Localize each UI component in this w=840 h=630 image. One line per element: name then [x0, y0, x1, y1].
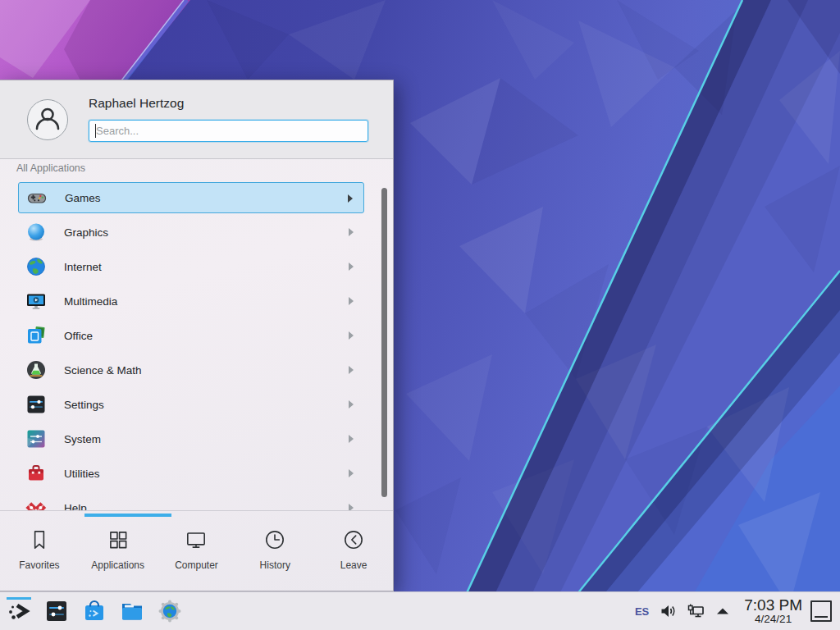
text-caret: [95, 124, 96, 138]
system-sliders-icon: [25, 428, 47, 450]
app-category-label: Office: [64, 330, 93, 342]
tab-label: Leave: [340, 559, 368, 571]
launcher-tabbar: Favorites Applications Computer History: [0, 517, 393, 591]
app-category-office[interactable]: Office: [18, 320, 364, 351]
submenu-arrow-icon: [348, 468, 354, 478]
digital-clock[interactable]: 7:03 PM 4/24/21: [744, 597, 802, 625]
system-settings-icon: [44, 599, 69, 623]
app-category-science-math[interactable]: Science & Math: [18, 354, 364, 386]
graphics-sphere-icon: [25, 221, 47, 243]
office-document-icon: [25, 325, 47, 346]
utilities-toolbox-icon: [25, 463, 47, 484]
submenu-arrow-icon: [348, 262, 354, 272]
grid-icon: [106, 527, 130, 552]
tab-favorites[interactable]: Favorites: [0, 517, 79, 591]
app-category-label: Games: [65, 192, 101, 204]
app-category-label: System: [64, 433, 101, 445]
application-launcher-menu: Raphael Hertzog All Applications Games: [0, 80, 394, 591]
clock-time: 7:03 PM: [744, 597, 802, 614]
submenu-arrow-icon: [348, 365, 354, 375]
dolphin-folder-icon: [120, 599, 144, 623]
section-label: All Applications: [16, 162, 85, 174]
keyboard-layout-indicator[interactable]: ES: [635, 605, 649, 618]
web-browser-button[interactable]: [156, 596, 184, 627]
tab-label: Applications: [91, 559, 144, 571]
submenu-arrow-icon: [348, 399, 354, 409]
app-category-label: Utilities: [64, 468, 100, 480]
volume-icon: [660, 602, 678, 620]
tab-label: Favorites: [19, 559, 59, 571]
help-lifebuoy-icon: [25, 497, 47, 510]
submenu-arrow-icon: [348, 503, 354, 510]
tab-applications[interactable]: Applications: [79, 517, 158, 591]
system-settings-button[interactable]: [43, 596, 71, 627]
submenu-arrow-icon: [348, 227, 354, 237]
volume-button[interactable]: [660, 602, 678, 620]
clock-icon: [262, 527, 287, 552]
bookmark-icon: [27, 527, 52, 552]
user-avatar-icon[interactable]: [27, 99, 68, 140]
expand-tray-button[interactable]: [714, 602, 732, 620]
show-desktop-button[interactable]: [810, 600, 832, 622]
app-category-internet[interactable]: Internet: [18, 251, 364, 282]
app-category-graphics[interactable]: Graphics: [18, 217, 364, 248]
user-name: Raphael Hertzog: [89, 96, 184, 111]
submenu-arrow-icon: [348, 296, 354, 306]
app-category-label: Settings: [64, 399, 104, 411]
application-category-list: Games Graphics Internet: [0, 182, 393, 510]
settings-sliders-icon: [25, 394, 47, 415]
network-button[interactable]: [687, 602, 705, 620]
tab-leave[interactable]: Leave: [314, 517, 393, 591]
list-scrollbar[interactable]: [381, 188, 387, 497]
taskbar-panel: ES 7:03 PM 4/24/21: [0, 591, 840, 630]
discover-icon: [82, 599, 107, 623]
app-category-help[interactable]: Help: [18, 492, 364, 510]
app-category-multimedia[interactable]: Multimedia: [18, 285, 364, 317]
app-category-label: Graphics: [64, 226, 108, 239]
tab-label: History: [260, 559, 290, 571]
monitor-icon: [184, 527, 208, 552]
app-category-label: Help: [64, 502, 87, 511]
leave-icon: [341, 527, 366, 552]
app-category-label: Multimedia: [64, 295, 117, 308]
app-category-settings[interactable]: Settings: [18, 389, 364, 420]
submenu-arrow-icon: [347, 194, 354, 203]
expand-tray-icon: [714, 602, 732, 620]
tab-computer[interactable]: Computer: [158, 517, 236, 591]
globe-icon: [25, 256, 47, 277]
app-category-utilities[interactable]: Utilities: [18, 458, 364, 489]
clock-date: 4/24/21: [744, 614, 802, 625]
app-launcher-button[interactable]: [5, 596, 33, 627]
app-category-label: Science & Math: [64, 364, 142, 377]
kickoff-launcher-icon: [7, 599, 31, 623]
search-input[interactable]: [89, 120, 368, 142]
science-flask-icon: [25, 359, 47, 381]
submenu-arrow-icon: [348, 331, 354, 340]
discover-button[interactable]: [80, 596, 108, 627]
tabbar-separator: [0, 510, 393, 511]
gamepad-icon: [26, 187, 48, 208]
konqueror-globe-icon: [158, 599, 182, 623]
launcher-active-indicator: [7, 597, 31, 600]
network-icon: [687, 602, 705, 620]
app-category-games[interactable]: Games: [18, 182, 364, 213]
tab-label: Computer: [175, 559, 218, 571]
tab-history[interactable]: History: [235, 517, 314, 591]
launcher-header: Raphael Hertzog: [0, 80, 393, 159]
file-manager-button[interactable]: [118, 596, 146, 627]
app-category-label: Internet: [64, 261, 102, 273]
submenu-arrow-icon: [348, 434, 354, 444]
app-category-system[interactable]: System: [18, 423, 364, 454]
multimedia-monitor-icon: [25, 290, 47, 312]
